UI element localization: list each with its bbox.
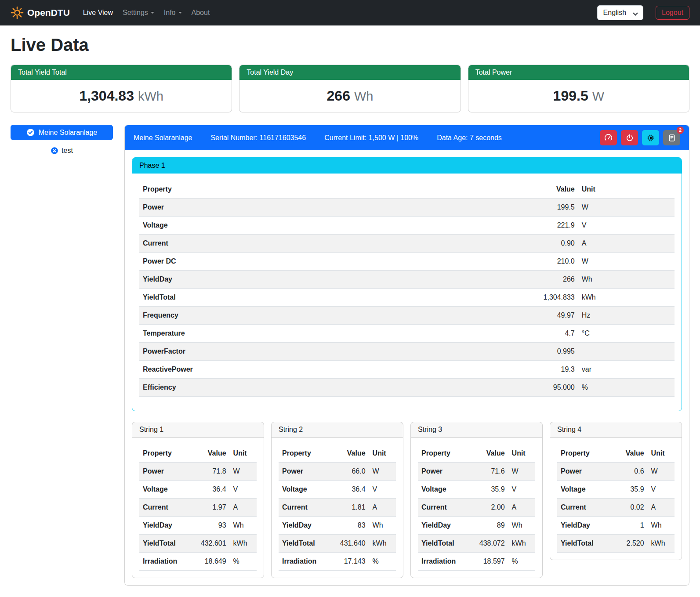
col-unit: Unit: [230, 445, 257, 463]
total-power-header: Total Power: [468, 65, 689, 80]
property-cell: Power: [557, 463, 611, 481]
string-table: Property Value Unit Power66.0WVoltage36.…: [279, 445, 396, 571]
table-row: Current0.02A: [557, 499, 675, 517]
property-cell: YieldDay: [139, 271, 471, 289]
value-cell: 17.143: [333, 553, 369, 571]
table-row: Current1.97A: [139, 499, 257, 517]
table-row: Power0.6W: [557, 463, 675, 481]
table-row: Irradiation17.143%: [279, 553, 396, 571]
unit-cell: %: [508, 553, 535, 571]
value-cell: 0.995: [471, 343, 578, 361]
table-row: YieldDay266Wh: [139, 271, 675, 289]
property-cell: Current: [139, 499, 193, 517]
value-cell: 0.6: [611, 463, 648, 481]
unit-cell: Hz: [578, 307, 675, 325]
string-table: Property Value Unit Power0.6WVoltage35.9…: [557, 445, 675, 553]
limit-settings-button[interactable]: [600, 130, 617, 145]
property-cell: Power: [139, 199, 471, 217]
inverter-button-selected[interactable]: Meine Solaranlage: [11, 125, 113, 140]
phase-table-body: Power199.5WVoltage221.9VCurrent0.90APowe…: [139, 199, 675, 397]
col-property: Property: [418, 445, 472, 463]
speedometer-icon: [604, 134, 613, 142]
nav-about[interactable]: About: [187, 5, 214, 20]
unit-cell: Wh: [369, 517, 396, 535]
col-value: Value: [611, 445, 648, 463]
total-yield-total-card: Total Yield Total 1,304.83kWh: [11, 65, 232, 112]
value-cell: 266: [471, 271, 578, 289]
property-cell: Voltage: [279, 481, 333, 499]
unit-cell: Wh: [508, 517, 535, 535]
string-card-body: Property Value Unit Power66.0WVoltage36.…: [272, 438, 403, 571]
table-row: Voltage36.4V: [279, 481, 396, 499]
unit-cell: Wh: [578, 271, 675, 289]
value-cell: 432.601: [193, 535, 230, 553]
inverter-selected-label: Meine Solaranlage: [39, 129, 97, 137]
power-button[interactable]: [621, 130, 638, 145]
property-cell: Temperature: [139, 325, 471, 343]
total-yield-day-card: Total Yield Day 266Wh: [239, 65, 461, 112]
table-row: Power199.5W: [139, 199, 675, 217]
logout-button[interactable]: Logout: [656, 6, 689, 20]
nav-settings-label: Settings: [123, 9, 148, 17]
table-row: Power71.6W: [418, 463, 535, 481]
inverter-panel-body: Phase 1 Property Value Unit Power199.5WV…: [125, 150, 689, 585]
unit-cell: A: [230, 499, 257, 517]
table-header-row: Property Value Unit: [557, 445, 675, 463]
serial-number: Serial Number: 116171603546: [210, 134, 306, 142]
brand[interactable]: OpenDTU: [11, 6, 70, 19]
table-row: YieldTotal431.640kWh: [279, 535, 396, 553]
language-select[interactable]: English: [597, 5, 643, 20]
value-cell: 49.97: [471, 307, 578, 325]
table-row: YieldTotal438.072kWh: [418, 535, 535, 553]
x-circle-icon: [51, 147, 58, 155]
nav-right: English Logout: [597, 5, 689, 20]
table-row: Voltage35.9V: [557, 481, 675, 499]
check-circle-icon: [26, 128, 35, 137]
table-row: Current1.81A: [279, 499, 396, 517]
table-row: Voltage36.4V: [139, 481, 257, 499]
unit-cell: V: [230, 481, 257, 499]
unit-cell: V: [578, 217, 675, 235]
phase-table: Property Value Unit Power199.5WVoltage22…: [139, 181, 675, 397]
property-cell: YieldDay: [139, 517, 193, 535]
unit-cell: V: [369, 481, 396, 499]
total-yield-day-unit: Wh: [354, 89, 374, 103]
nav-settings[interactable]: Settings: [118, 5, 159, 20]
col-property: Property: [139, 445, 193, 463]
value-cell: 1: [611, 517, 648, 535]
string-cards: String 1 Property Value Unit Power71.8WV…: [132, 422, 682, 578]
chevron-down-icon: [633, 11, 638, 15]
value-cell: 438.072: [472, 535, 508, 553]
table-row: Power66.0W: [279, 463, 396, 481]
unit-cell: Wh: [648, 517, 675, 535]
property-cell: Power: [279, 463, 333, 481]
property-cell: PowerFactor: [139, 343, 471, 361]
device-info-button[interactable]: [642, 130, 659, 145]
property-cell: YieldDay: [418, 517, 472, 535]
col-property: Property: [279, 445, 333, 463]
table-header-row: Property Value Unit: [279, 445, 396, 463]
sun-logo-icon: [11, 6, 24, 19]
property-cell: YieldDay: [279, 517, 333, 535]
property-cell: Power: [418, 463, 472, 481]
inverter-button-test[interactable]: test: [48, 146, 76, 156]
property-cell: Current: [139, 235, 471, 253]
col-unit: Unit: [648, 445, 675, 463]
chevron-down-icon: [178, 12, 182, 15]
unit-cell: kWh: [369, 535, 396, 553]
nav-info[interactable]: Info: [160, 5, 186, 20]
value-cell: 199.5: [471, 199, 578, 217]
value-cell: 2.520: [611, 535, 648, 553]
event-log-button[interactable]: 2: [663, 130, 680, 145]
string-table-body: Power71.8WVoltage36.4VCurrent1.97AYieldD…: [139, 463, 257, 571]
table-row: Power DC210.0W: [139, 253, 675, 271]
total-yield-day-header: Total Yield Day: [239, 65, 460, 80]
property-cell: Current: [418, 499, 472, 517]
power-icon: [626, 134, 634, 142]
table-row: Current0.90A: [139, 235, 675, 253]
col-value: Value: [193, 445, 230, 463]
nav-live-view[interactable]: Live View: [79, 5, 117, 20]
value-cell: 66.0: [333, 463, 369, 481]
table-header-row: Property Value Unit: [139, 181, 675, 199]
value-cell: 1.97: [193, 499, 230, 517]
